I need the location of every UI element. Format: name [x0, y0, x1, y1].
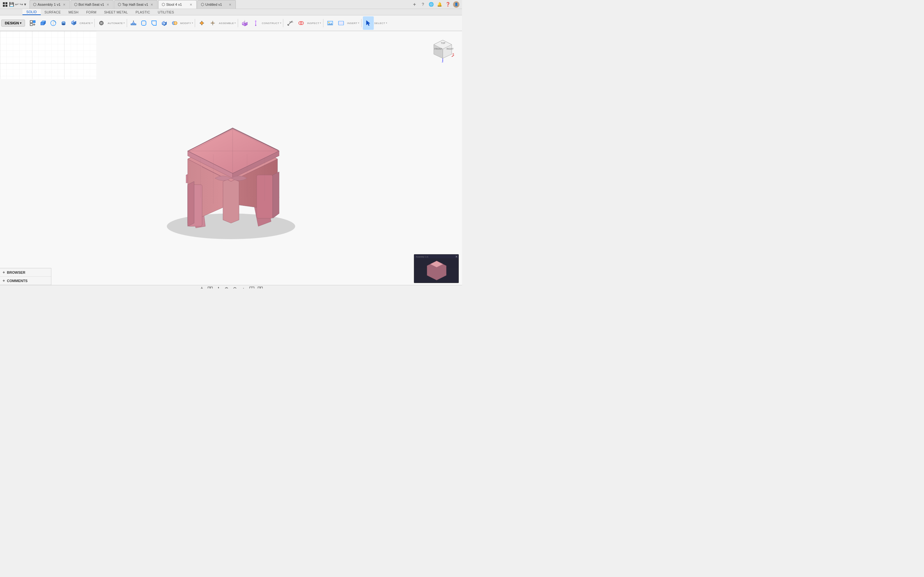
extrude-btn[interactable] — [38, 16, 48, 30]
construct-group: CONSTRUCT▾ — [238, 16, 283, 30]
axis-btn[interactable] — [250, 16, 261, 30]
svg-rect-3 — [5, 5, 7, 7]
joint-btn[interactable] — [196, 16, 207, 30]
bell-icon[interactable]: 🔔 — [436, 1, 443, 8]
snap-btn[interactable] — [198, 285, 205, 289]
svg-marker-46 — [255, 20, 257, 21]
tab-label: Stool 4 v1 — [166, 3, 182, 6]
hole-btn[interactable] — [58, 16, 69, 30]
display-btn[interactable] — [240, 285, 247, 289]
zoom-in-btn[interactable] — [223, 285, 230, 289]
automate-btn[interactable] — [96, 16, 107, 30]
svg-marker-23 — [132, 21, 135, 24]
svg-rect-9 — [41, 23, 44, 25]
tab-sheet-metal[interactable]: SHEET METAL — [100, 9, 132, 15]
shell-btn[interactable] — [159, 16, 170, 30]
design-label: DESIGN — [5, 21, 19, 25]
comments-label: COMMENTS — [7, 279, 27, 283]
zoom-out-btn[interactable] — [232, 285, 239, 289]
tab-label: Assembly 1 v1 — [37, 3, 61, 6]
more-icon[interactable]: ▾ — [24, 2, 26, 7]
fillet-btn[interactable] — [139, 16, 149, 30]
save-icon[interactable]: 💾 — [9, 2, 14, 7]
titlebar: 💾 ↩ ↪ ▾ ⬡ Assembly 1 v1 ✕ ⬡ Bot Half-Sea… — [0, 0, 462, 9]
tab-tab3[interactable]: ⬡ Top Half-Seat v1 ✕ — [114, 0, 158, 9]
toolbar-icons-strip: DESIGN ▾ — [0, 15, 462, 31]
combine-btn[interactable] — [170, 16, 180, 30]
redo-icon[interactable]: ↪ — [19, 2, 23, 7]
plane-btn[interactable] — [239, 16, 250, 30]
svg-rect-25 — [142, 21, 146, 25]
new-component-btn[interactable] — [27, 16, 38, 30]
tab-plastic[interactable]: PLASTIC — [132, 9, 154, 15]
tab-close-btn[interactable]: ✕ — [105, 2, 110, 7]
tab-tab2[interactable]: ⬡ Bot Half-Seat v1 ✕ — [71, 0, 113, 9]
tab-form[interactable]: FORM — [82, 9, 100, 15]
revolve-btn[interactable] — [48, 16, 58, 30]
svg-marker-43 — [245, 22, 247, 26]
svg-rect-2 — [3, 5, 5, 7]
modify-group-label: MODIFY▾ — [180, 22, 194, 25]
svg-marker-109 — [218, 287, 219, 288]
svg-text:Z: Z — [442, 60, 443, 63]
tab-tab5[interactable]: ⬡ Untitled v1 ✕ — [197, 0, 236, 9]
viewport[interactable]: RIGHT FRONT TOP X Z — [0, 31, 462, 288]
tab-close-btn[interactable]: ✕ — [150, 2, 154, 7]
left-panel: + BROWSER + COMMENTS — [0, 268, 51, 285]
tab-close-btn[interactable]: ✕ — [228, 2, 232, 7]
svg-marker-111 — [216, 288, 217, 289]
comments-item[interactable]: + COMMENTS — [0, 277, 51, 285]
layout-btn[interactable] — [248, 285, 255, 289]
construct-group-label: CONSTRUCT▾ — [261, 22, 282, 25]
browser-expand-icon: + — [3, 270, 5, 275]
help2-icon[interactable]: ❓ — [445, 1, 451, 8]
svg-rect-4 — [30, 21, 32, 23]
tab-close-btn[interactable]: ✕ — [189, 2, 193, 7]
mini-viewport-close[interactable]: ✕ — [455, 255, 458, 258]
svg-rect-1 — [5, 2, 7, 4]
box-btn[interactable] — [69, 16, 79, 30]
interference-btn[interactable] — [296, 16, 306, 30]
comments-expand-icon: + — [3, 278, 5, 283]
grid-background — [0, 31, 96, 79]
assemble-group: ASSEMBLE▾ — [195, 16, 238, 30]
toolbar-tab-strip: SOLID SURFACE MESH FORM SHEET METAL PLAS… — [0, 9, 462, 15]
tab-close-btn[interactable]: ✕ — [62, 2, 66, 7]
avatar[interactable]: 👤 — [453, 1, 459, 8]
design-dropdown[interactable]: DESIGN ▾ — [1, 19, 25, 27]
globe-icon[interactable]: 🌐 — [428, 1, 435, 8]
title-actions: + ? 🌐 🔔 ❓ 👤 — [411, 1, 459, 8]
svg-rect-104 — [210, 287, 212, 289]
tab-surface[interactable]: SURFACE — [41, 9, 65, 15]
inspect-group: mm INSPECT▾ — [283, 16, 323, 30]
svg-rect-62 — [0, 31, 96, 79]
chamfer-btn[interactable] — [149, 16, 159, 30]
grid-btn[interactable] — [207, 285, 214, 289]
tab-mesh[interactable]: MESH — [65, 9, 82, 15]
insert-img-btn[interactable] — [325, 16, 336, 30]
mini-viewport[interactable]: Assembly 1 v1 ✕ — [414, 254, 459, 283]
axis-cube[interactable]: RIGHT FRONT TOP X Z — [430, 37, 456, 63]
tab-tab1[interactable]: ⬡ Assembly 1 v1 ✕ — [29, 0, 70, 9]
select-btn[interactable] — [363, 16, 374, 30]
svg-text:FRONT: FRONT — [435, 48, 443, 50]
insert-group: INSERT▾ — [323, 16, 362, 30]
svg-text:Assembly 1 v1: Assembly 1 v1 — [416, 256, 429, 258]
svg-point-33 — [200, 22, 203, 24]
add-tab-btn[interactable]: + — [411, 1, 418, 8]
press-pull-btn[interactable] — [128, 16, 139, 30]
undo-icon[interactable]: ↩ — [15, 2, 19, 7]
pan-btn[interactable] — [215, 285, 222, 289]
help-icon[interactable]: ? — [420, 1, 426, 8]
measure-btn[interactable]: mm — [284, 16, 296, 30]
tab-solid[interactable]: SOLID — [23, 9, 41, 15]
tab-tab4[interactable]: ⬡ Stool 4 v1 ✕ — [158, 0, 197, 9]
joint-origin-btn[interactable] — [207, 16, 218, 30]
svg-rect-22 — [131, 24, 136, 25]
more-view-btn[interactable] — [257, 285, 264, 289]
decal-btn[interactable] — [336, 16, 347, 30]
tab-utilities[interactable]: UTILITIES — [154, 9, 178, 15]
svg-marker-59 — [367, 21, 370, 26]
browser-item[interactable]: + BROWSER — [0, 268, 51, 277]
tab-label: Bot Half-Seat v1 — [79, 3, 104, 6]
